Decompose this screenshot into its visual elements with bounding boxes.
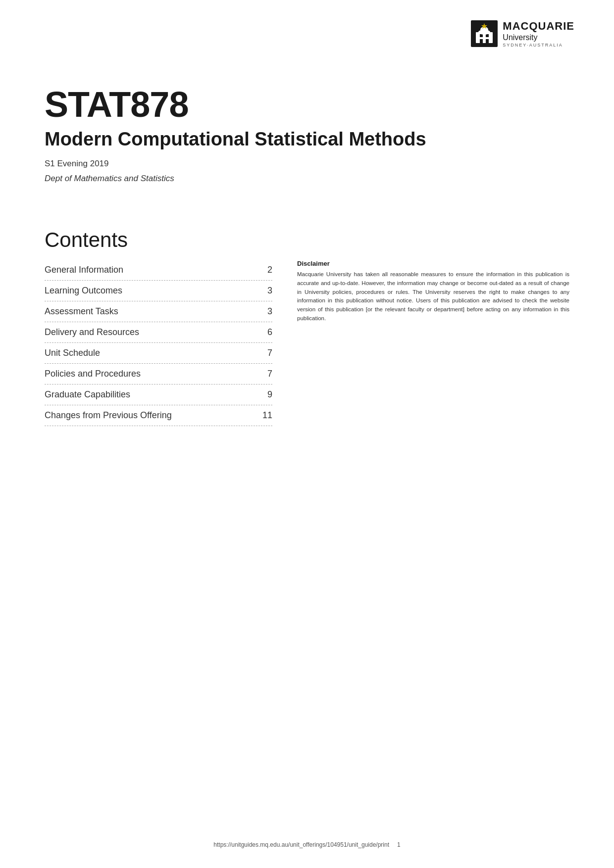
svg-rect-5 [486,39,489,43]
toc-label-general-information: General Information [45,265,123,275]
toc-label-policies-procedures: Policies and Procedures [45,369,141,379]
toc-label-delivery-resources: Delivery and Resources [45,327,139,338]
logo-icon [471,20,498,47]
contents-layout: General Information 2 Learning Outcomes … [45,260,569,426]
contents-section: Contents General Information 2 Learning … [45,228,569,426]
logo-location: SYDNEY·AUSTRALIA [503,43,574,48]
dept-info: Dept of Mathematics and Statistics [45,174,569,184]
toc-page-learning-outcomes: 3 [262,286,272,296]
toc-page-changes-previous-offering: 11 [262,410,272,421]
toc-page-delivery-resources: 6 [262,327,272,338]
toc-page-policies-procedures: 7 [262,369,272,379]
toc-label-graduate-capabilities: Graduate Capabilities [45,389,130,400]
footer-page-number: 1 [397,841,401,848]
unit-name: Modern Computational Statistical Methods [45,129,569,150]
logo-university-name: MACQUARIE [503,20,574,33]
toc-page-assessment-tasks: 3 [262,306,272,317]
toc-row-general-information: General Information 2 [45,260,272,281]
svg-rect-2 [480,34,483,37]
toc-page-unit-schedule: 7 [262,348,272,358]
svg-rect-4 [480,39,483,43]
toc-row-delivery-resources: Delivery and Resources 6 [45,322,272,343]
svg-rect-3 [486,34,489,37]
svg-point-7 [480,27,488,33]
toc-row-assessment-tasks: Assessment Tasks 3 [45,301,272,322]
toc-label-assessment-tasks: Assessment Tasks [45,306,118,317]
disclaimer-text: Macquarie University has taken all reaso… [297,270,569,323]
toc-label-unit-schedule: Unit Schedule [45,348,100,358]
contents-heading: Contents [45,228,569,252]
session-info: S1 Evening 2019 [45,159,569,169]
toc-row-unit-schedule: Unit Schedule 7 [45,343,272,364]
unit-code: STAT878 [45,84,569,125]
toc-row-changes-previous-offering: Changes from Previous Offering 11 [45,405,272,426]
logo-university-word: University [503,33,574,42]
university-logo: MACQUARIE University SYDNEY·AUSTRALIA [471,20,574,48]
toc-label-changes-previous-offering: Changes from Previous Offering [45,410,172,421]
toc-row-learning-outcomes: Learning Outcomes 3 [45,281,272,301]
toc-label-learning-outcomes: Learning Outcomes [45,286,122,296]
disclaimer-title: Disclaimer [297,260,569,267]
toc-page-graduate-capabilities: 9 [262,389,272,400]
logo-text: MACQUARIE University SYDNEY·AUSTRALIA [503,20,574,48]
footer: https://unitguides.mq.edu.au/unit_offeri… [0,841,614,848]
toc-page-general-information: 2 [262,265,272,275]
toc-table: General Information 2 Learning Outcomes … [45,260,272,426]
footer-url: https://unitguides.mq.edu.au/unit_offeri… [213,841,389,848]
toc-row-graduate-capabilities: Graduate Capabilities 9 [45,385,272,405]
disclaimer-box: Disclaimer Macquarie University has take… [297,260,569,323]
toc-row-policies-procedures: Policies and Procedures 7 [45,364,272,385]
